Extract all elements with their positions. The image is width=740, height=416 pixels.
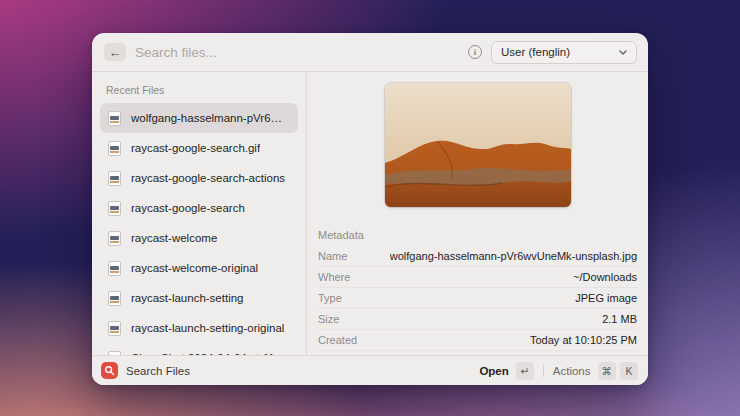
file-list-item[interactable]: CleanShot 2024-04-04 at 11.47.0 (100, 343, 298, 355)
metadata-label: Size (318, 313, 339, 325)
file-name-label: raycast-google-search (131, 202, 245, 214)
magnifier-icon (104, 365, 115, 376)
file-list-item[interactable]: raycast-launch-setting (100, 283, 298, 313)
file-name-label: wolfgang-hasselmann-pVr6wvUn... (131, 112, 290, 124)
file-preview-image (385, 83, 571, 207)
footer-separator (543, 365, 544, 377)
file-list-item[interactable]: raycast-google-search.gif (100, 133, 298, 163)
file-list-item[interactable]: raycast-google-search-actions (100, 163, 298, 193)
metadata-value: wolfgang-hasselmann-pVr6wvUneMk-unsplash… (390, 250, 637, 262)
section-header-recent-files: Recent Files (100, 78, 298, 103)
raycast-window: ← i User (fenglin) Recent Files wolfgang… (92, 33, 648, 385)
back-button[interactable]: ← (104, 43, 126, 61)
file-thumbnail-icon (108, 291, 121, 306)
file-thumbnail-icon (108, 171, 121, 186)
file-list: wolfgang-hasselmann-pVr6wvUn...raycast-g… (100, 103, 298, 355)
metadata-row: TypeJPEG image (318, 287, 637, 308)
metadata-table: Namewolfgang-hasselmann-pVr6wvUneMk-unsp… (318, 245, 637, 371)
file-thumbnail-icon (108, 351, 121, 356)
detail-panel: Metadata Namewolfgang-hasselmann-pVr6wvU… (307, 72, 648, 355)
file-thumbnail-icon (108, 111, 121, 126)
file-name-label: raycast-welcome-original (131, 262, 258, 274)
actions-button[interactable]: Actions (553, 365, 591, 377)
metadata-value: Today at 10:10:25 PM (530, 334, 637, 346)
file-thumbnail-icon (108, 261, 121, 276)
file-thumbnail-icon (108, 201, 121, 216)
search-files-app-icon (101, 362, 118, 379)
file-thumbnail-icon (108, 231, 121, 246)
file-list-panel: Recent Files wolfgang-hasselmann-pVr6wvU… (92, 72, 306, 355)
user-dropdown[interactable]: User (fenglin) (491, 41, 637, 64)
k-key-badge[interactable]: K (620, 362, 638, 380)
file-name-label: raycast-welcome (131, 232, 217, 244)
metadata-title: Metadata (318, 207, 637, 245)
file-name-label: raycast-launch-setting-original (131, 322, 284, 334)
metadata-row: Size2.1 MB (318, 308, 637, 329)
metadata-value: JPEG image (575, 292, 637, 304)
preview-wrap (318, 72, 637, 207)
user-dropdown-value: User (fenglin) (501, 46, 613, 58)
info-icon[interactable]: i (468, 45, 482, 59)
footer-actions: Open ↵ Actions ⌘K (479, 362, 638, 380)
file-thumbnail-icon (108, 321, 121, 336)
file-name-label: raycast-launch-setting (131, 292, 244, 304)
search-input[interactable] (135, 45, 459, 60)
metadata-row: Namewolfgang-hasselmann-pVr6wvUneMk-unsp… (318, 245, 637, 266)
action-bar: Search Files Open ↵ Actions ⌘K (92, 355, 648, 385)
file-list-item[interactable]: raycast-launch-setting-original (100, 313, 298, 343)
footer-app-label: Search Files (126, 365, 471, 377)
metadata-label: Where (318, 271, 350, 283)
return-key-badge[interactable]: ↵ (516, 362, 534, 380)
metadata-row: Where~/Downloads (318, 266, 637, 287)
metadata-value: 2.1 MB (602, 313, 637, 325)
file-thumbnail-icon (108, 141, 121, 156)
metadata-label: Name (318, 250, 347, 262)
main-content: Recent Files wolfgang-hasselmann-pVr6wvU… (92, 72, 648, 355)
search-header: ← i User (fenglin) (92, 33, 648, 71)
desert-dunes-illustration (385, 83, 571, 207)
metadata-label: Type (318, 292, 342, 304)
back-arrow-icon: ← (109, 46, 122, 59)
file-name-label: raycast-google-search-actions (131, 172, 285, 184)
file-name-label: raycast-google-search.gif (131, 142, 260, 154)
file-list-item[interactable]: raycast-welcome (100, 223, 298, 253)
file-list-item[interactable]: raycast-google-search (100, 193, 298, 223)
file-list-item[interactable]: raycast-welcome-original (100, 253, 298, 283)
open-button[interactable]: Open (479, 365, 508, 377)
metadata-label: Created (318, 334, 357, 346)
file-list-item[interactable]: wolfgang-hasselmann-pVr6wvUn... (100, 103, 298, 133)
actions-keys: ⌘K (598, 362, 639, 380)
chevron-down-icon (619, 50, 627, 55)
metadata-row: CreatedToday at 10:10:25 PM (318, 329, 637, 350)
command-key-badge[interactable]: ⌘ (598, 362, 617, 380)
metadata-value: ~/Downloads (573, 271, 637, 283)
